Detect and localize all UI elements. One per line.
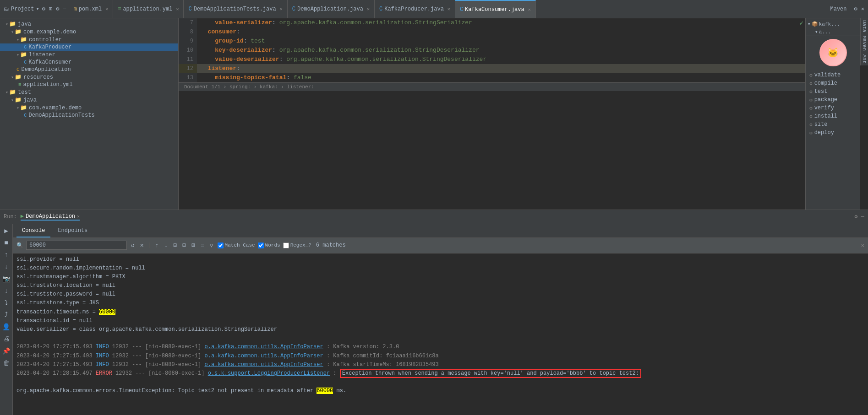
minimize-icon[interactable]: —: [63, 6, 66, 12]
log-pid: 12932 --- [nio-8080-exec-1]: [112, 344, 205, 350]
tab-kafka-producer[interactable]: C KafkaProducer.java ✕: [375, 0, 455, 18]
play-button[interactable]: ▶: [3, 226, 9, 236]
project-dropdown-icon[interactable]: ▾: [36, 5, 39, 12]
log-level-error: ERROR: [96, 370, 115, 377]
log-level: INFO: [96, 344, 112, 350]
log-link[interactable]: o.s.k.support.LoggingProducerListener: [208, 370, 330, 377]
line-number: 7: [179, 18, 197, 27]
scroll-down2-button[interactable]: ↓: [3, 286, 9, 296]
maven-item-deploy[interactable]: ⚙ deploy: [808, 129, 858, 137]
filter-button5[interactable]: ▽: [208, 241, 215, 249]
sidebar-item-resources[interactable]: ▾ 📁 resources: [0, 73, 178, 81]
maven-close-icon[interactable]: ✕: [861, 5, 864, 12]
sidebar-item-java[interactable]: ▾ 📁 java: [0, 20, 178, 28]
filter-button1[interactable]: ⊡: [172, 241, 178, 249]
sidebar-item-kafka-consumer[interactable]: C KafkaConsumer: [0, 59, 178, 66]
filter-button3[interactable]: ⊞: [190, 241, 197, 249]
java-icon: C: [460, 6, 463, 13]
project-icon: 🗂: [4, 5, 9, 12]
run-settings-icon[interactable]: ⚙: [854, 214, 857, 220]
print-button[interactable]: 🖨: [2, 334, 11, 344]
tab-close-icon[interactable]: ✕: [176, 6, 179, 12]
split-icon[interactable]: ⊞: [49, 5, 52, 12]
match-case-checkbox[interactable]: [218, 243, 224, 248]
scroll-up-button[interactable]: ↑: [3, 250, 9, 259]
export-button[interactable]: ⤴: [4, 310, 9, 319]
maven-item-site[interactable]: ⚙ site: [808, 120, 858, 129]
log-link[interactable]: o.a.kafka.common.utils.AppInfoParser: [204, 353, 323, 359]
screenshot-button[interactable]: 📷: [1, 274, 11, 284]
sidebar-item-com-example-demo[interactable]: ▾ 📁 com.example.demo: [0, 28, 178, 36]
gear-icon: ⚙: [809, 89, 813, 95]
maven-settings-icon[interactable]: ⚙: [854, 5, 857, 12]
regex-option[interactable]: Regex_?: [283, 243, 311, 248]
delete-button[interactable]: 🗑: [2, 359, 11, 368]
tab-demo-app[interactable]: C DemoApplication.java ✕: [288, 0, 375, 18]
user-button[interactable]: 👤: [1, 322, 11, 332]
maven-item-test[interactable]: ⚙ test: [808, 87, 858, 96]
data-label[interactable]: Data: [860, 18, 868, 34]
run-minimize-icon[interactable]: —: [861, 214, 864, 220]
tab-console[interactable]: Console: [16, 224, 50, 238]
log-link[interactable]: o.a.kafka.common.utils.AppInfoParser: [204, 361, 323, 368]
code-editor[interactable]: 7 value-serializer: org.apache.kafka.com…: [179, 18, 805, 82]
run-tab-demo-application[interactable]: ▶ DemoApplication ✕: [21, 213, 80, 221]
filter-button2[interactable]: ⊟: [181, 241, 187, 249]
tab-close-icon[interactable]: ✕: [280, 6, 283, 12]
tab-application-yml[interactable]: ≡ application.yml ✕: [113, 0, 184, 18]
sidebar-item-controller[interactable]: ▾ 📁 controller: [0, 36, 178, 43]
close-search-button[interactable]: ✕: [139, 241, 145, 249]
refresh-search-button[interactable]: ↺: [130, 241, 136, 249]
editor-top: 7 value-serializer: org.apache.kafka.com…: [179, 18, 805, 82]
search-input[interactable]: [26, 241, 127, 250]
words-option[interactable]: Words: [258, 243, 280, 248]
sidebar-item-application-yml[interactable]: ≡ application.yml: [0, 81, 178, 88]
maven-item-compile[interactable]: ⚙ compile: [808, 79, 858, 87]
regex-checkbox[interactable]: [283, 243, 289, 248]
maven-item-validate[interactable]: ⚙ validate: [808, 71, 858, 79]
sidebar-item-test[interactable]: ▾ 📁 test: [0, 88, 178, 96]
maven-logo-area: 🐱: [806, 36, 860, 69]
maven-tree-sub-item[interactable]: ▾ a...: [808, 28, 858, 36]
settings-icon[interactable]: ⚙: [42, 5, 45, 12]
search-close-button[interactable]: ✕: [861, 242, 864, 249]
ant-label[interactable]: Ant: [860, 53, 868, 65]
config-icon[interactable]: ⚙: [56, 5, 59, 12]
scroll-down-button[interactable]: ↓: [3, 262, 9, 271]
maven-item-verify[interactable]: ⚙ verify: [808, 104, 858, 112]
maven-item-install[interactable]: ⚙ install: [808, 112, 858, 120]
line-content: value-deserializer: org.apache.kafka.com…: [197, 55, 805, 64]
pin-button[interactable]: 📌: [1, 346, 11, 356]
words-checkbox[interactable]: [258, 243, 264, 248]
maven-item-package[interactable]: ⚙ package: [808, 96, 858, 104]
sidebar-item-listener[interactable]: ▾ 📁 listener: [0, 51, 178, 59]
sidebar-item-demo-application[interactable]: C DemoApplication: [0, 66, 178, 73]
console-output[interactable]: ssl.provider = null ssl.secure.random.im…: [13, 253, 868, 415]
tab-endpoints[interactable]: Endpoints: [52, 224, 93, 238]
prev-match-button[interactable]: ↑: [154, 242, 160, 249]
sidebar-item-kafka-producer[interactable]: C KafkaProducer: [0, 43, 178, 51]
tab-close-icon[interactable]: ✕: [528, 7, 531, 12]
sidebar-item-test-com-example-demo[interactable]: ▾ 📁 com.example.demo: [0, 104, 178, 112]
tab-close-icon[interactable]: ✕: [105, 6, 108, 12]
tab-demo-tests[interactable]: C DemoApplicationTests.java ✕: [184, 0, 287, 18]
run-close-icon[interactable]: ✕: [77, 214, 80, 219]
yaml-file-icon: ≡: [18, 82, 22, 87]
match-case-option[interactable]: Match Case: [218, 243, 255, 248]
import-button[interactable]: ⤵: [4, 298, 9, 307]
tab-pom-xml[interactable]: m pom.xml ✕: [69, 0, 114, 18]
log-link[interactable]: o.a.kafka.common.utils.AppInfoParser: [204, 344, 323, 350]
sidebar-item-test-java[interactable]: ▾ 📁 java: [0, 96, 178, 104]
next-match-button[interactable]: ↓: [163, 242, 169, 249]
log-msg: :: [330, 370, 340, 377]
stop-button[interactable]: ■: [3, 238, 9, 248]
folder-icon: 📁: [15, 28, 22, 35]
maven-tree-item[interactable]: ▾ 📦 kafk...: [808, 20, 858, 28]
filter-button4[interactable]: ≡: [199, 242, 206, 249]
log-msg: : Kafka version: 2.3.0: [323, 344, 399, 350]
tab-close-icon[interactable]: ✕: [448, 6, 450, 12]
sidebar-item-demo-app-tests[interactable]: C DemoApplicationTests: [0, 112, 178, 119]
tab-kafka-consumer[interactable]: C KafkaConsumer.java ✕: [455, 0, 536, 18]
tab-close-icon[interactable]: ✕: [367, 6, 370, 12]
maven-vertical-label[interactable]: Maven: [860, 34, 868, 53]
